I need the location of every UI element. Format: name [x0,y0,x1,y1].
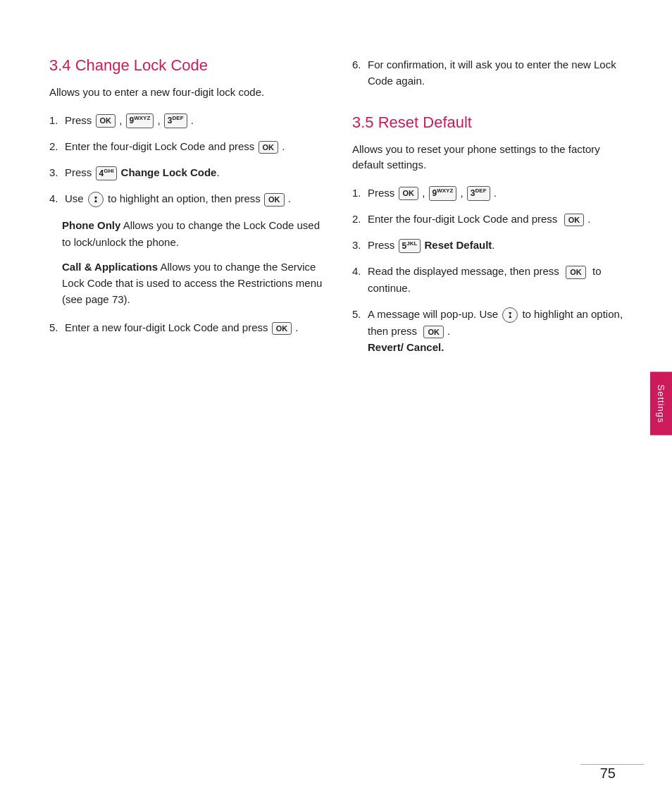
r-step-5-text: A message will pop-up. Use to highlight … [368,306,627,356]
phone-only-term: Phone Only [62,219,120,231]
r-key-ok-5: OK [423,326,444,338]
call-apps-term: Call & Applications [62,261,158,273]
r-step-4: 4. Read the displayed message, then pres… [352,263,627,296]
r-key-ok-4: OK [566,266,586,278]
step-3-bold: Change Lock Code [121,166,217,178]
step-2-text: Enter the four-digit Lock Code and press… [65,138,285,154]
r-step-1-num: 1. [352,185,365,201]
r-step-3: 3. Press 5JKL Reset Default. [352,237,627,253]
step-1-num: 1. [49,112,62,128]
step-3-num: 3. [49,164,62,180]
step-6-text: For confirmation, it will ask you to ent… [368,56,627,90]
step-4: 4. Use to highlight an option, then pres… [49,190,324,207]
step-2: 2. Enter the four-digit Lock Code and pr… [49,138,324,154]
r-step-2-num: 2. [352,211,365,227]
step-6: 6. For confirmation, it will ask you to … [352,56,627,90]
r-key-5jkl: 5JKL [399,239,421,254]
r-step-5-num: 5. [352,306,365,322]
key-ok-4: OK [264,193,285,206]
nav-icon-2 [502,307,518,323]
r-key-ok-1: OK [399,187,419,199]
nav-icon-1 [88,192,104,207]
r-step-5: 5. A message will pop-up. Use to highlig… [352,306,627,356]
key-ok-1: OK [96,114,116,127]
step-4-call-apps: Call & Applications Allows you to change… [62,259,324,308]
right-column: 6. For confirmation, it will ask you to … [352,56,627,765]
r-step-1: 1. Press OK , 9WXYZ , 3DEF . [352,185,627,201]
step-5-num: 5. [49,319,62,335]
step-4-phone-only: Phone Only Allows you to change the Lock… [62,217,324,250]
left-column: 3.4 Change Lock Code Allows you to enter… [49,56,324,765]
r-revert-cancel: Revert/ Cancel. [368,341,444,353]
page-number: 75 [600,765,616,782]
r-step-3-bold: Reset Default [425,239,492,251]
key-9wxyz: 9WXYZ [126,113,154,128]
section-35-desc: Allows you to reset your phone settings … [352,142,627,173]
step-1-text: Press OK , 9WXYZ , 3DEF . [65,112,194,128]
section-35-title: 3.5 Reset Default [352,113,627,132]
step-2-num: 2. [49,138,62,154]
key-4ghi: 4GHI [96,166,118,181]
r-step-3-num: 3. [352,237,365,253]
r-step-4-num: 4. [352,263,365,279]
r-step-2: 2. Enter the four-digit Lock Code and pr… [352,211,627,227]
r-step-2-text: Enter the four-digit Lock Code and press… [368,211,591,227]
key-ok-5: OK [272,322,292,335]
page-content: 3.4 Change Lock Code Allows you to enter… [0,0,672,807]
r-step-3-text: Press 5JKL Reset Default. [368,237,495,253]
r-key-3def: 3DEF [467,186,490,201]
key-3def: 3DEF [164,113,187,128]
r-step-4-text: Read the displayed message, then press O… [368,263,627,296]
divider-line [580,764,644,765]
step-4-text: Use to highlight an option, then press O… [65,190,291,207]
r-key-ok-2: OK [564,214,585,226]
key-ok-2: OK [259,141,279,154]
step-5-text: Enter a new four-digit Lock Code and pre… [65,319,299,335]
section-34-title: 3.4 Change Lock Code [49,56,324,75]
step-1: 1. Press OK , 9WXYZ , 3DEF . [49,112,324,128]
sidebar-settings-tab: Settings [650,371,672,436]
r-step-1-text: Press OK , 9WXYZ , 3DEF . [368,185,497,201]
step-3-text: Press 4GHI Change Lock Code. [65,164,220,180]
section-34-desc: Allows you to enter a new four-digit loc… [49,85,324,101]
step-3: 3. Press 4GHI Change Lock Code. [49,164,324,180]
r-key-9wxyz: 9WXYZ [429,186,457,201]
step-5: 5. Enter a new four-digit Lock Code and … [49,319,324,335]
step-4-num: 4. [49,190,62,207]
step-6-num: 6. [352,56,365,73]
